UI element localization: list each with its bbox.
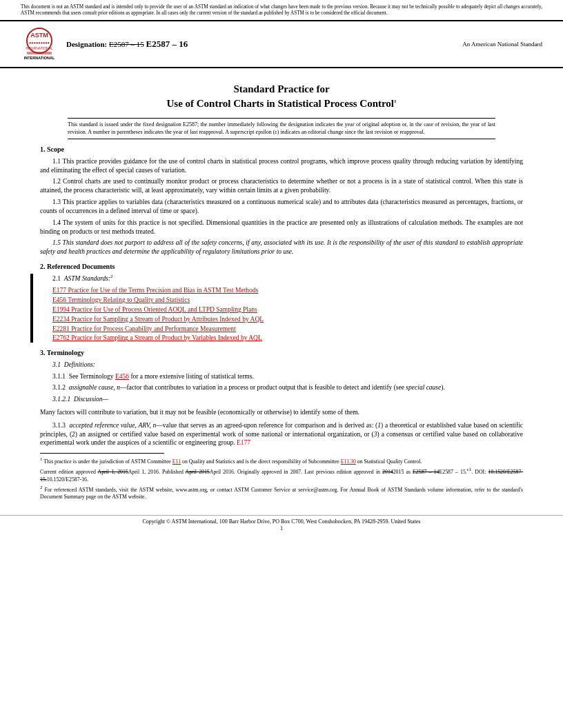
para-3-1-1: 3.1.1 See Terminology E456 for a more ex… [40,372,523,381]
top-notice: This document is not an ASTM standard an… [0,0,563,20]
para-1-5-text: 1.5 This standard does not purport to ad… [40,239,523,255]
fn1-old-date1: April 1, 2015 [98,469,128,475]
fn2-sup: 2 [110,274,113,279]
footnote2: 2 For referenced ASTM standards, visit t… [40,485,523,501]
svg-text:ASTM: ASTM [30,32,48,39]
section2-heading: 2. Referenced Documents [40,262,523,272]
designation-new: E2587 – 16 [146,39,188,49]
subtitle-note-text: This standard is issued under the fixed … [68,121,495,135]
header-bar: ASTM ●●●●●●●●● INTERNATIONAL INTERNATION… [0,20,563,68]
doc-title: Standard Practice for Use of Control Cha… [40,82,523,111]
para-3-1-2-1-label: 3.1.2.1 Discussion— [52,395,523,404]
para-1-3: 1.3 This practice applies to variables d… [40,198,523,216]
fn1-old-year: 2014 [382,469,393,475]
fn2-label: 2 [40,485,43,490]
para-3-1: 3.1 Definitions: [40,361,523,370]
para-1-3-text: 1.3 This practice applies to variables d… [40,199,523,214]
ref-link-e2281[interactable]: E2281 Practice for Process Capability an… [40,325,523,334]
footnote-divider [40,453,164,454]
header-left: ASTM ●●●●●●●●● INTERNATIONAL INTERNATION… [21,26,188,63]
para-1-2: 1.2 Control charts are used to continual… [40,177,523,195]
section2-heading-text: 2. Referenced Documents [40,263,115,270]
doc-title-line2: Use of Control Charts in Statistical Pro… [166,98,394,109]
ref-link-e1994[interactable]: E1994 Practice for Use of Process Orient… [40,305,523,314]
many-factors-para: Many factors will contribute to variatio… [40,408,523,417]
ref-link-e2762[interactable]: E2762 Practice for Sampling a Stream of … [40,334,523,343]
footnote2-text: For referenced ASTM standards, visit the… [40,487,523,501]
para-1-4-text: 1.4 The system of units for this practic… [40,219,523,235]
designation-block: Designation: E2587 – 15 E2587 – 16 [66,38,188,50]
fn1-old-pub: April 2015 [186,469,210,475]
doc-title-superscript: 1 [394,99,397,104]
page-footer: Copyright © ASTM International, 100 Barr… [0,515,563,536]
para-1-2-text: 1.2 Control charts are used to continual… [40,178,523,194]
para-1-5: 1.5 This standard does not purport to ad… [40,239,523,256]
ref-link-e177[interactable]: E177 Practice for Use of the Terms Preci… [40,286,523,295]
para-1-1-text: 1.1 This practice provides guidance for … [40,158,523,174]
svg-text:INTERNATIONAL: INTERNATIONAL [26,46,53,50]
discussion-block: 3.1.2.1 Discussion— [52,395,523,404]
ref-link-e456[interactable]: E456 Terminology Relating to Quality and… [40,296,523,305]
many-factors-text: Many factors will contribute to variatio… [40,409,359,416]
fn1-e11-30-link[interactable]: E11.30 [341,458,356,465]
astm-logo: ASTM ●●●●●●●●● INTERNATIONAL INTERNATION… [21,26,58,63]
footnote1-edition: Current edition approved April 1, 2015Ap… [40,467,523,483]
designation-old: E2587 – 15 [109,40,144,48]
ref-links-list: E177 Practice for Use of the Terms Preci… [40,286,523,343]
page-number: 1 [280,525,283,532]
fn1-old-desig: E2587 – 14 [413,469,439,475]
page: This document is not an ASTM standard an… [0,0,563,728]
ref-link-e2234[interactable]: E2234 Practice for Sampling a Stream of … [40,315,523,324]
svg-text:●●●●●●●●●: ●●●●●●●●● [29,41,50,45]
section3-heading-text: 3. Terminology [40,349,84,356]
national-standard-label: An American National Standard [462,41,542,48]
para-3-1-3: 3.1.3 accepted reference value, ARV, n—v… [40,421,523,447]
svg-text:INTERNATIONAL: INTERNATIONAL [24,56,55,60]
top-notice-text: This document is not an ASTM standard an… [21,4,542,16]
para-2-1: 2.1 ASTM Standards:2 [40,274,523,283]
ref-docs-block: 2.1 ASTM Standards:2 E177 Practice for U… [40,274,523,343]
footnote1: 1 This practice is under the jurisdictio… [40,456,523,465]
para-1-1: 1.1 This practice provides guidance for … [40,157,523,175]
section3-heading: 3. Terminology [40,348,523,358]
header-right: An American National Standard [462,40,542,48]
page-footer-text: Copyright © ASTM International, 100 Barr… [143,518,421,525]
main-content: Standard Practice for Use of Control Cha… [0,68,563,508]
e177-ref-inline: E177 [237,439,250,446]
section1-heading-text: 1. Scope [40,145,64,153]
designation-label: Designation: [66,40,107,48]
section1-heading: 1. Scope [40,145,523,154]
fn1-e11-link[interactable]: E11 [172,458,181,465]
doc-subtitle-note: This standard is issued under the fixed … [68,118,495,140]
para-1-4: 1.4 The system of units for this practic… [40,219,523,236]
para-3-1-2: 3.1.2 assignable cause, n—factor that co… [40,383,523,392]
left-bar-marker [30,274,33,343]
doc-title-heading: Standard Practice for Use of Control Cha… [40,82,523,111]
doc-title-line1: Standard Practice for [233,83,329,94]
fn1-label: 1 [40,456,43,462]
link-e456-ref[interactable]: E456 [115,373,129,380]
